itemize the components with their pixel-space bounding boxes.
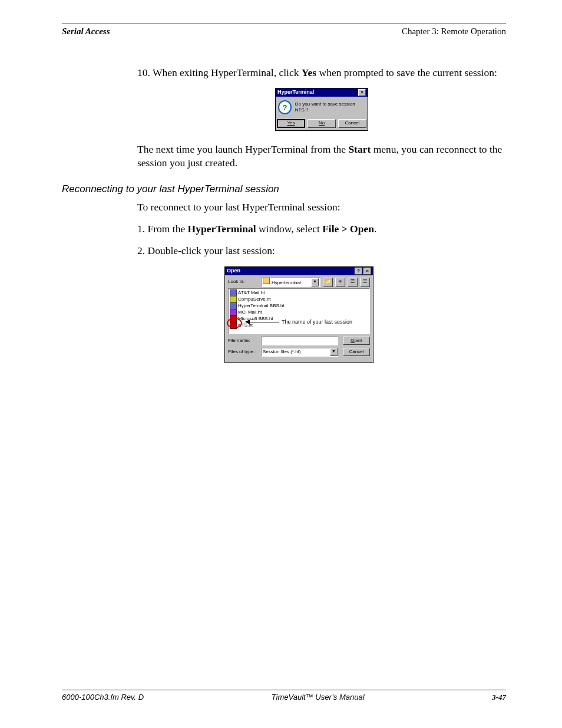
save-session-dialog: HyperTerminal × ? Do you want to save se… <box>275 88 368 131</box>
close-icon[interactable]: × <box>363 268 371 275</box>
list-view-icon[interactable]: ☰ <box>348 278 358 287</box>
step-number: 2. <box>137 245 145 256</box>
details-view-icon[interactable]: ☷ <box>360 278 370 287</box>
hyperterminal-bold: HyperTerminal <box>188 223 256 235</box>
reconnect-subheading: Reconnecting to your last HyperTerminal … <box>62 183 506 196</box>
page-footer: 6000-100Ch3.fm Rev. D TimeVault™ User’s … <box>62 690 506 702</box>
filename-label: File name: <box>228 338 259 344</box>
help-icon[interactable]: ? <box>355 268 362 275</box>
step-number: 1. <box>137 223 145 235</box>
start-bold: Start <box>348 143 371 155</box>
step-number: 10. <box>137 67 150 78</box>
cancel-button[interactable]: Cancel <box>343 348 370 357</box>
open-button[interactable]: Open <box>343 337 370 345</box>
open-dialog: Open ? × Look in: Hyperterminal ▼ 📁 ✳ ☰ … <box>224 266 373 363</box>
header-right: Chapter 3: Remote Operation <box>402 27 506 37</box>
file-item[interactable]: CompuServe.ht <box>230 297 368 303</box>
open-dialog-titlebar: Open ? × <box>225 267 373 275</box>
lookin-value: Hyperterminal <box>272 280 301 285</box>
dialog-titlebar: HyperTerminal × <box>276 88 368 97</box>
no-button[interactable]: No <box>308 119 336 128</box>
footer-right: 3-47 <box>492 693 506 702</box>
callout-arrow <box>249 322 279 322</box>
new-folder-icon[interactable]: ✳ <box>335 278 345 287</box>
filetype-value: Session files (*.ht) <box>263 349 300 355</box>
footer-left: 6000-100Ch3.fm Rev. D <box>62 693 144 702</box>
callout-circle <box>227 318 242 328</box>
yes-button[interactable]: Yes <box>277 119 305 128</box>
footer-center: TimeVault™ User’s Manual <box>272 693 365 702</box>
filetype-dropdown[interactable]: Session files (*.ht) ▼ <box>261 348 338 357</box>
lookin-label: Look in: <box>228 279 259 285</box>
close-icon[interactable]: × <box>358 89 366 96</box>
lookin-dropdown[interactable]: Hyperterminal ▼ <box>261 278 320 287</box>
filename-input[interactable] <box>261 337 338 345</box>
file-open-bold: File > Open <box>322 223 374 235</box>
file-item[interactable]: MCI Mail.ht <box>230 309 368 316</box>
file-item[interactable]: HyperTerminal BBS.ht <box>230 303 368 309</box>
page-header: Serial Access Chapter 3: Remote Operatio… <box>62 24 506 39</box>
filetype-label: Files of type: <box>228 349 259 355</box>
step-1: 1. From the HyperTerminal window, select… <box>137 222 506 236</box>
step-10: 10. When exiting HyperTerminal, click Ye… <box>137 66 506 80</box>
dialog-title: HyperTerminal <box>277 89 314 96</box>
chevron-down-icon[interactable]: ▼ <box>330 348 338 356</box>
callout-annotation: The name of your last session <box>282 319 352 326</box>
chevron-down-icon[interactable]: ▼ <box>311 278 319 286</box>
step-text-2: when prompted to save the current sessio… <box>316 67 497 78</box>
next-time-paragraph: The next time you launch HyperTerminal f… <box>137 143 506 170</box>
dialog-question: Do you want to save session NTS ? <box>295 101 365 114</box>
reconnect-intro: To reconnect to your last HyperTerminal … <box>137 200 506 214</box>
file-item[interactable]: AT&T Mail.ht <box>230 290 368 297</box>
step-yes-bold: Yes <box>302 67 316 78</box>
cancel-button[interactable]: Cancel <box>338 119 366 128</box>
step-2: 2. Double-click your last session: <box>137 244 506 258</box>
header-left: Serial Access <box>62 27 110 37</box>
step-text-1: When exiting HyperTerminal, click <box>150 67 302 78</box>
open-dialog-title: Open <box>227 268 240 275</box>
question-icon: ? <box>278 100 292 114</box>
up-one-level-icon[interactable]: 📁 <box>323 278 333 287</box>
file-list[interactable]: AT&T Mail.ht CompuServe.ht HyperTerminal… <box>228 288 370 334</box>
folder-icon <box>263 278 270 284</box>
